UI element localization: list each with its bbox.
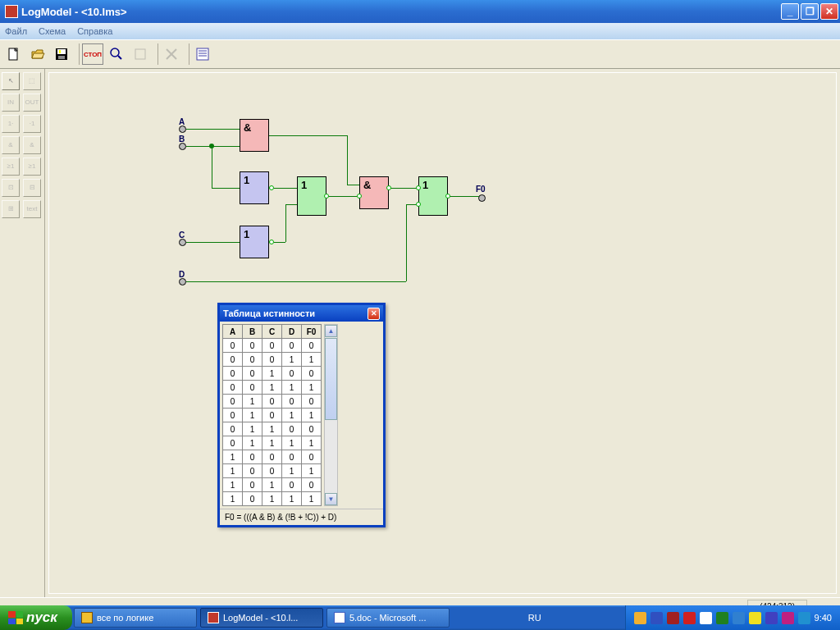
- taskbar: пуск все по логике LogModel - <10.l... 5…: [0, 605, 840, 630]
- clock[interactable]: 9:40: [815, 613, 832, 623]
- wire: [389, 188, 418, 189]
- gate-not-b[interactable]: 1: [240, 171, 269, 204]
- menu-file[interactable]: Файл: [5, 26, 27, 36]
- scroll-up-icon[interactable]: ▲: [325, 325, 337, 337]
- wire: [186, 281, 406, 282]
- tool-palette: ↖ ⬚ IN OUT 1· ·1 & & ≥1 ≥1 ⊡ ⊟ ⊞ text: [0, 69, 45, 597]
- close-button[interactable]: ✕: [820, 3, 838, 20]
- tray-icon[interactable]: [651, 612, 663, 624]
- palette-x2[interactable]: ⊟: [23, 179, 41, 197]
- palette-not-l[interactable]: 1·: [2, 115, 20, 133]
- input-port-d[interactable]: [179, 278, 186, 285]
- tray-icon[interactable]: [733, 612, 745, 624]
- palette-and-r[interactable]: &: [23, 136, 41, 154]
- table-row: 00111: [223, 381, 322, 395]
- gate-and-2[interactable]: &: [359, 176, 389, 209]
- gate-or-1[interactable]: 1: [297, 176, 326, 216]
- palette-t7[interactable]: ⊞: [2, 200, 20, 218]
- tray-icon[interactable]: [798, 612, 810, 624]
- port-bubble: [416, 185, 421, 190]
- tray-icon[interactable]: [782, 612, 794, 624]
- table-row: 10100: [223, 478, 322, 492]
- tray-icon[interactable]: [634, 612, 646, 624]
- system-tray[interactable]: 9:40: [625, 605, 840, 630]
- menu-schema[interactable]: Схема: [39, 26, 66, 36]
- wire: [269, 135, 347, 136]
- truth-table-titlebar[interactable]: Таблица истинности ✕: [220, 305, 383, 322]
- palette-or-r[interactable]: ≥1: [23, 158, 41, 176]
- wire: [285, 204, 286, 242]
- palette-pointer[interactable]: ↖: [2, 72, 20, 90]
- new-button[interactable]: [3, 43, 25, 65]
- palette-text[interactable]: text: [23, 200, 41, 218]
- table-row: 01100: [223, 422, 322, 436]
- stop-button[interactable]: СТОП: [82, 43, 103, 65]
- palette-and-l[interactable]: &: [2, 136, 20, 154]
- save-button[interactable]: [51, 43, 72, 65]
- taskbar-item[interactable]: 5.doc - Microsoft ...: [326, 608, 450, 628]
- separator: [75, 43, 80, 65]
- list-button[interactable]: [192, 43, 213, 65]
- input-port-a[interactable]: [179, 126, 186, 133]
- table-row: 10011: [223, 464, 322, 478]
- windows-flag-icon: [8, 611, 23, 624]
- schematic-canvas[interactable]: A B C D & 1 1 1 & 1 F0: [48, 72, 837, 594]
- port-bubble: [357, 194, 362, 199]
- tray-icon[interactable]: [683, 612, 696, 624]
- truth-table-title: Таблица истинности: [223, 308, 315, 318]
- palette-in[interactable]: IN: [2, 94, 20, 112]
- wire: [285, 204, 297, 205]
- palette-or-l[interactable]: ≥1: [2, 158, 20, 176]
- start-button[interactable]: пуск: [0, 605, 72, 630]
- truth-table-window[interactable]: Таблица истинности ✕ A B C D F0 00000 00…: [217, 303, 386, 527]
- input-port-c[interactable]: [179, 239, 186, 246]
- scroll-thumb[interactable]: [325, 338, 337, 420]
- gate-and-1[interactable]: &: [240, 119, 269, 152]
- wire: [274, 242, 285, 243]
- output-port-f0[interactable]: [478, 194, 486, 202]
- table-row: 01000: [223, 395, 322, 409]
- port-bubble: [386, 185, 391, 190]
- palette-not-r[interactable]: ·1: [23, 115, 41, 133]
- port-bubble: [416, 202, 421, 207]
- taskbar-item[interactable]: LogModel - <10.l...: [200, 608, 323, 628]
- separator: [185, 43, 189, 65]
- svg-line-6: [118, 56, 121, 59]
- palette-out[interactable]: OUT: [23, 94, 41, 112]
- tray-icon[interactable]: [765, 612, 778, 624]
- language-indicator[interactable]: RU: [528, 613, 541, 623]
- svg-rect-10: [197, 48, 208, 60]
- truth-table: A B C D F0 00000 00011 00100 00111 01000…: [222, 324, 322, 506]
- gate-or-2[interactable]: 1: [418, 176, 448, 216]
- output-label-f0: F0: [476, 185, 486, 194]
- palette-x1[interactable]: ⊡: [2, 179, 20, 197]
- input-port-b[interactable]: [179, 143, 186, 150]
- open-button[interactable]: [27, 43, 48, 65]
- word-icon: [334, 612, 345, 623]
- wire: [347, 185, 359, 185]
- port-bubble: [445, 194, 450, 199]
- minimize-button[interactable]: _: [781, 3, 799, 20]
- taskbar-item[interactable]: все по логике: [74, 608, 197, 628]
- tray-icon[interactable]: [700, 612, 712, 624]
- tray-icon[interactable]: [667, 612, 679, 624]
- wire: [212, 146, 212, 188]
- menu-help[interactable]: Справка: [77, 26, 112, 36]
- truth-table-close[interactable]: ✕: [368, 308, 380, 320]
- zoom-button[interactable]: [106, 43, 127, 65]
- wire: [186, 242, 240, 243]
- gate-not-c[interactable]: 1: [240, 226, 269, 258]
- separator: [153, 43, 158, 65]
- maximize-button[interactable]: ❐: [801, 3, 819, 20]
- scroll-down-icon[interactable]: ▼: [325, 493, 337, 505]
- svg-rect-2: [57, 49, 66, 54]
- truth-table-scrollbar[interactable]: ▲ ▼: [324, 324, 338, 506]
- delete-button: [161, 43, 182, 65]
- tray-icon[interactable]: [749, 612, 761, 624]
- palette-insert[interactable]: ⬚: [23, 72, 41, 90]
- window-title: LogModel - <10.lms>: [21, 6, 781, 18]
- tray-icon[interactable]: [716, 612, 728, 624]
- wire: [212, 188, 240, 189]
- table-row: 01111: [223, 436, 322, 450]
- svg-rect-4: [59, 50, 61, 53]
